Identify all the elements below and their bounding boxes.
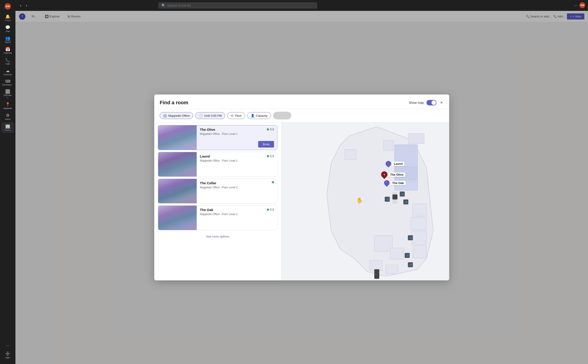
filter-floor-button[interactable]: ⊟ Floor — [227, 112, 245, 119]
sidebar-item-developer[interactable]: ⌨ Developer... — [1, 78, 14, 87]
calls-icon: 📞 — [5, 58, 10, 63]
building-icon: 🏢 — [163, 114, 167, 117]
room-rating-laurel: 8.8 — [267, 154, 274, 158]
room-name-cellar: The Cellar — [200, 181, 238, 185]
room-top-laurel: Laurel Mappedin Office · Floor Level 1 8… — [200, 154, 274, 162]
filter-time-button[interactable]: 🕒 Until 3:00 PM — [195, 112, 225, 119]
filter-floor-label: Floor — [235, 114, 242, 117]
pin-icon-olive: ● — [383, 173, 385, 176]
sidebar-item-mappedin[interactable]: 📍 Mappedin — [1, 101, 14, 111]
sidebar-item-admin[interactable]: ⚙ Admin — [1, 111, 14, 122]
svg-rect-13 — [390, 248, 404, 259]
sidebar-item-activity[interactable]: 🔔 Activity — [1, 13, 14, 23]
room-info-laurel: Laurel Mappedin Office · Floor Level 1 8… — [197, 152, 277, 176]
pin-label-laurel: Laurel — [392, 162, 404, 166]
sidebar-item-avatar[interactable]: EW — [1, 2, 14, 11]
user-avatar: EW — [5, 3, 11, 10]
more-dots-icon: ··· — [6, 344, 9, 348]
topbar-more-button[interactable]: ··· — [574, 3, 578, 8]
room-info-cellar: The Cellar Mappedin Office · Floor Level… — [197, 179, 277, 203]
modal-body: The Olive Mappedin Office · Floor Level … — [154, 122, 449, 280]
room-location-oak: Mappedin Office · Floor Level 1 — [200, 213, 238, 216]
chat-icon: 💬 — [5, 25, 10, 30]
filter-capacity-button[interactable]: 👤 Capacity — [247, 112, 271, 119]
svg-rect-8 — [413, 204, 426, 216]
map-pin-olive: ● The Olive — [381, 171, 405, 178]
topbar-right: ··· EW — [574, 2, 585, 9]
pin-icon-oak: 📍 — [385, 182, 388, 184]
sidebar-item-more[interactable]: ··· — [1, 342, 14, 349]
main-area: ‹ › 🔍 ··· EW T Pl... 🔲 Explore — [15, 0, 588, 364]
room-info-olive: The Olive Mappedin Office · Floor Level … — [197, 125, 277, 150]
room-list: The Olive Mappedin Office · Floor Level … — [154, 122, 281, 280]
svg-rect-10 — [412, 231, 426, 245]
topbar-avatar[interactable]: EW — [579, 2, 585, 8]
room-card-oak[interactable]: The Oak Mappedin Office · Floor Level 1 … — [158, 205, 277, 230]
room-image-oak — [158, 206, 197, 230]
activity-icon: 🔔 — [5, 14, 10, 19]
toggle-knob — [431, 100, 436, 105]
map-icon-people-2: 👥 — [400, 192, 405, 196]
room-card-laurel[interactable]: Laurel Mappedin Office · Floor Level 1 8… — [158, 152, 277, 177]
room-name-laurel: Laurel — [200, 154, 238, 158]
availability-dot-olive — [267, 128, 269, 130]
room-info-oak: The Oak Mappedin Office · Floor Level 1 … — [197, 206, 277, 230]
sidebar-item-calls[interactable]: 📞 Calls — [1, 56, 14, 67]
room-card-cellar[interactable]: The Cellar Mappedin Office · Floor Level… — [158, 179, 277, 203]
availability-dot-cellar — [272, 181, 274, 183]
teams-icon: 👥 — [5, 36, 10, 41]
map-icon-monitor-1: ⬛ — [392, 195, 397, 199]
modal-overlay: Find a room Show map × 🏢 — [15, 11, 588, 364]
map-pin-oak: 📍 The Oak — [384, 180, 406, 186]
map-icon-people-3: 👥 — [403, 199, 408, 204]
see-more-button[interactable]: See more options — [158, 233, 277, 240]
forward-button[interactable]: › — [24, 2, 29, 9]
filter-extra-placeholder — [273, 112, 291, 119]
sidebar-item-chat[interactable]: 💬 Chat — [1, 24, 14, 34]
modal-title: Find a room — [160, 100, 188, 106]
room-bottom-olive: Book — [200, 141, 274, 148]
room-location-laurel: Mappedin Office · Floor Level 1 — [200, 159, 238, 162]
sidebar-item-apps[interactable]: ➕ Apps — [1, 350, 14, 360]
person-icon: 👤 — [251, 114, 255, 117]
map-icon-people-6: 👥 — [408, 262, 413, 267]
map-area[interactable]: ⬛ 👥 👥 👥 👥 👥 👥 ⬛ ⬛ — [281, 122, 449, 280]
filter-bar: 🏢 Mappedin Office 🕒 Until 3:00 PM ⊟ Floo… — [154, 109, 449, 122]
room-thumbnail-oak — [158, 206, 197, 230]
room-image-olive — [158, 125, 197, 150]
sidebar-item-onedrive[interactable]: ☁ OneDrive — [1, 67, 14, 77]
topbar-navigation: ‹ › — [18, 2, 29, 9]
sidebar-item-places[interactable]: 🏢 Places — [1, 122, 14, 133]
room-card-olive[interactable]: The Olive Mappedin Office · Floor Level … — [158, 125, 277, 150]
sidebar-item-teams[interactable]: 👥 Teams — [1, 34, 14, 45]
show-map-label: Show map — [409, 101, 424, 104]
map-icon-people-1: 👥 — [385, 197, 390, 202]
search-input[interactable] — [167, 4, 314, 7]
room-top-olive: The Olive Mappedin Office · Floor Level … — [200, 128, 274, 136]
room-thumbnail-laurel — [158, 152, 197, 176]
topbar: ‹ › 🔍 ··· EW — [15, 0, 588, 11]
room-image-cellar — [158, 179, 197, 203]
room-rating-cellar — [272, 181, 274, 183]
close-modal-button[interactable]: × — [439, 99, 444, 106]
sidebar-item-calendar[interactable]: 📅 Calendar — [1, 45, 14, 56]
pin-shape-oak: 📍 — [383, 179, 391, 187]
search-bar[interactable]: 🔍 — [158, 2, 317, 9]
book-button-olive[interactable]: Book — [258, 141, 274, 148]
svg-rect-12 — [374, 235, 392, 251]
room-rating-oak: 8.8 — [267, 208, 274, 211]
map-icon-people-5: 👥 — [405, 253, 410, 258]
svg-rect-11 — [413, 246, 426, 258]
teams-content: T Pl... 🔲 Explore ⊞ Rooms 🔍 Search or ad… — [15, 11, 588, 364]
availability-dot-laurel — [267, 155, 269, 157]
ssoappi-icon — [6, 89, 10, 94]
sidebar-item-ssoappi[interactable]: SSOApp-I... — [1, 88, 14, 100]
availability-dot-oak — [267, 208, 269, 211]
show-map-toggle[interactable] — [426, 100, 436, 105]
admin-icon: ⚙ — [6, 113, 10, 118]
mappedin-icon: 📍 — [5, 102, 10, 107]
filter-office-button[interactable]: 🏢 Mappedin Office — [160, 112, 193, 119]
back-button[interactable]: ‹ — [18, 2, 23, 9]
filter-capacity-label: Capacity — [256, 114, 267, 117]
room-thumbnail-cellar — [158, 179, 197, 203]
